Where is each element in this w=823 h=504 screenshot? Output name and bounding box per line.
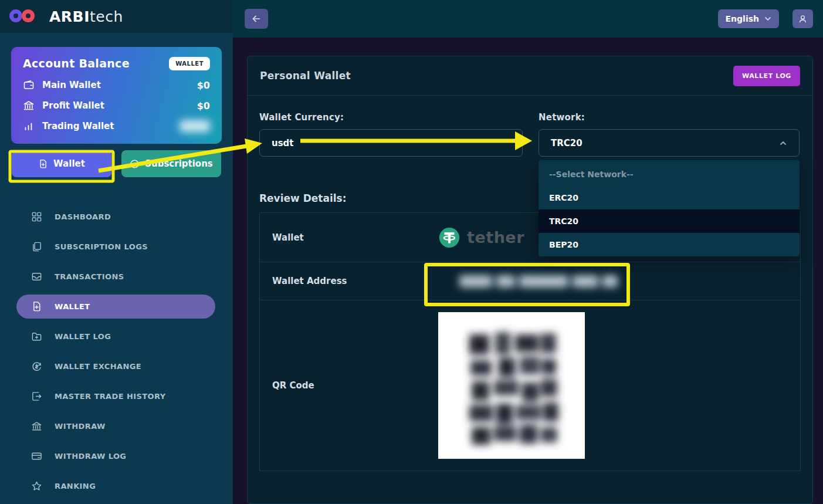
inbox-icon xyxy=(31,271,42,282)
back-button[interactable] xyxy=(245,9,268,29)
sidebar-item-label: WALLET EXCHANGE xyxy=(55,362,141,371)
table-row-qr-code: QR Code xyxy=(260,300,800,471)
arrow-left-icon xyxy=(251,13,262,24)
network-option-bep20[interactable]: BEP20 xyxy=(538,233,800,256)
trading-wallet-value-blurred xyxy=(179,120,210,132)
main-area: English Personal Wallet WALLET LOG Walle… xyxy=(233,0,823,504)
wallet-address-row-label: Wallet Address xyxy=(260,262,438,300)
sidebar: ARBItech Account Balance WALLET Main Wal… xyxy=(0,0,233,504)
sidebar-item-transactions[interactable]: TRANSACTIONS xyxy=(0,265,233,289)
balance-card-title: Account Balance xyxy=(23,57,130,70)
sidebar-item-label: WALLET xyxy=(55,302,90,311)
bank-icon xyxy=(23,100,35,111)
sidebar-item-label: WALLET LOG xyxy=(55,332,111,341)
sidebar-item-label: DASHBOARD xyxy=(55,212,111,221)
wallet-button-label: Wallet xyxy=(53,158,85,169)
sidebar-item-label: MASTER TRADE HISTORY xyxy=(55,392,166,401)
exchange-refresh-icon xyxy=(31,361,42,372)
wallet-currency-field: Wallet Currency: xyxy=(259,112,523,157)
file-plus-icon xyxy=(31,301,42,312)
table-row-wallet-address: Wallet Address xyxy=(260,262,800,300)
wallet-row-label: Wallet xyxy=(260,213,438,262)
sidebar-item-wallet-log[interactable]: WALLET LOG xyxy=(0,324,233,349)
bar-chart-icon xyxy=(23,120,35,132)
panel-title: Personal Wallet xyxy=(260,70,351,82)
sidebar-item-master-trade-history[interactable]: MASTER TRADE HISTORY xyxy=(0,384,233,408)
sidebar-item-ranking[interactable]: RANKING xyxy=(0,474,233,498)
main-wallet-value: $0 xyxy=(197,80,210,91)
network-option-trc20[interactable]: TRC20 xyxy=(538,209,800,233)
person-icon xyxy=(798,14,808,24)
network-select[interactable]: TRC20 xyxy=(538,129,800,157)
sidebar-item-label: RANKING xyxy=(55,482,96,491)
sidebar-item-label: SUBSCRIPTION LOGS xyxy=(55,242,148,251)
trading-wallet-row: Trading Wallet xyxy=(23,120,210,132)
folder-plus-icon xyxy=(31,331,42,342)
personal-wallet-panel: Personal Wallet WALLET LOG Wallet Curren… xyxy=(247,56,813,504)
brand-name: ARBItech xyxy=(49,8,123,25)
network-selected-value: TRC20 xyxy=(551,138,582,148)
sidebar-item-subscription-logs[interactable]: SUBSCRIPTION LOGS xyxy=(0,235,233,259)
sidebar-item-wallet[interactable]: WALLET xyxy=(16,295,215,319)
tether-wordmark: tether xyxy=(467,228,524,246)
network-option-placeholder[interactable]: --Select Network-- xyxy=(538,163,800,186)
brand-name-light: tech xyxy=(90,8,123,25)
star-icon xyxy=(31,481,42,492)
sidebar-item-label: TRANSACTIONS xyxy=(55,272,124,281)
trading-wallet-label: Trading Wallet xyxy=(42,121,114,131)
profit-wallet-row: Profit Wallet $0 xyxy=(23,100,210,111)
user-profile-button[interactable] xyxy=(792,9,813,28)
infinity-logo-icon xyxy=(9,7,42,26)
profit-wallet-label: Profit Wallet xyxy=(42,100,104,111)
network-field: Network: TRC20 --Select Network-- ERC20 … xyxy=(538,112,800,157)
wallet-currency-label: Wallet Currency: xyxy=(259,112,523,123)
sidebar-item-withdraw-log[interactable]: WITHDRAW LOG xyxy=(0,444,233,468)
topbar: English xyxy=(233,0,823,38)
account-balance-card: Account Balance WALLET Main Wallet $0 Pr… xyxy=(11,47,222,144)
tether-coin-icon xyxy=(438,226,460,249)
content-area: Personal Wallet WALLET LOG Wallet Curren… xyxy=(233,38,823,504)
profit-wallet-value: $0 xyxy=(197,100,210,111)
wallet-currency-input[interactable] xyxy=(259,129,523,157)
wallet-button[interactable]: Wallet xyxy=(12,150,111,177)
network-label: Network: xyxy=(538,112,800,123)
sidebar-item-label: WITHDRAW LOG xyxy=(55,452,126,461)
sidebar-nav: DASHBOARD SUBSCRIPTION LOGS TRANSACTIONS… xyxy=(0,199,233,504)
chevron-down-icon xyxy=(764,15,771,22)
bank-icon xyxy=(31,421,42,432)
wallet-icon xyxy=(23,79,35,91)
gauge-icon xyxy=(130,159,140,169)
language-label: English xyxy=(726,14,759,23)
sidebar-item-wallet-exchange[interactable]: WALLET EXCHANGE xyxy=(0,354,233,378)
sidebar-item-dashboard[interactable]: DASHBOARD xyxy=(0,205,233,229)
main-wallet-label: Main Wallet xyxy=(42,80,101,90)
wallet-log-button[interactable]: WALLET LOG xyxy=(733,66,800,86)
main-wallet-row: Main Wallet $0 xyxy=(23,79,210,91)
subscriptions-button[interactable]: Subscriptions xyxy=(121,150,221,177)
box-arrow-icon xyxy=(31,391,42,402)
credit-card-icon xyxy=(31,451,42,462)
qr-code-image-blurred xyxy=(438,312,585,459)
dashboard-icon xyxy=(31,211,42,222)
logo: ARBItech xyxy=(0,0,233,33)
tether-logo: tether xyxy=(438,226,524,249)
copy-icon xyxy=(31,241,42,252)
wallet-badge: WALLET xyxy=(169,57,210,70)
language-selector[interactable]: English xyxy=(718,9,779,28)
network-option-erc20[interactable]: ERC20 xyxy=(538,186,800,209)
qr-code-row-label: QR Code xyxy=(260,300,438,471)
chevron-up-icon xyxy=(779,139,787,147)
network-dropdown-menu: --Select Network-- ERC20 TRC20 BEP20 xyxy=(538,160,800,256)
sidebar-item-label: WITHDRAW xyxy=(55,422,106,431)
brand-name-bold: ARBI xyxy=(49,8,90,25)
wallet-address-blurred xyxy=(459,275,618,287)
subscriptions-button-label: Subscriptions xyxy=(145,158,213,169)
sidebar-item-withdraw[interactable]: WITHDRAW xyxy=(0,414,233,438)
file-plus-icon xyxy=(38,159,48,169)
